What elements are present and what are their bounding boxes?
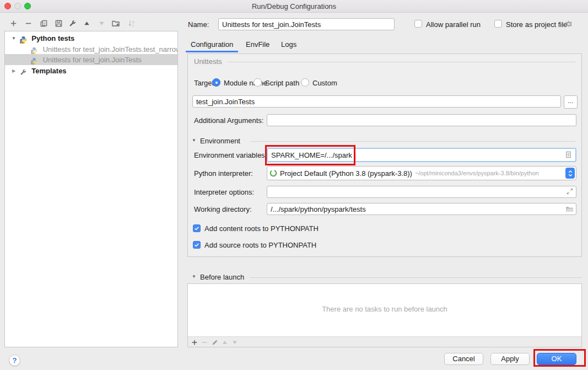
store-as-project-file-label: Store as project file bbox=[506, 20, 567, 29]
module-name-input[interactable] bbox=[192, 95, 561, 108]
expand-field-icon[interactable] bbox=[566, 187, 575, 196]
dropdown-stepper-icon[interactable] bbox=[565, 168, 575, 179]
working-directory-label: Working directory: bbox=[194, 205, 252, 213]
separator-line bbox=[228, 62, 575, 62]
move-task-down-icon[interactable] bbox=[230, 338, 239, 347]
tab-logs[interactable]: Logs bbox=[281, 40, 296, 50]
copy-icon[interactable] bbox=[39, 18, 48, 28]
add-icon[interactable] bbox=[8, 18, 18, 28]
environment-section-label: Environment bbox=[200, 137, 240, 145]
content-roots-checkbox[interactable] bbox=[193, 224, 201, 232]
title-bar: Run/Debug Configurations bbox=[0, 0, 588, 13]
move-down-icon[interactable] bbox=[96, 18, 106, 28]
source-roots-checkbox[interactable] bbox=[193, 241, 201, 249]
interpreter-options-label: Interpreter options: bbox=[194, 188, 254, 196]
add-task-icon[interactable] bbox=[190, 338, 199, 347]
radio-module-name[interactable] bbox=[212, 78, 220, 87]
radio-custom-label: Custom bbox=[312, 79, 337, 87]
tree-item-test-narrow[interactable]: Unittests for test_join.JoinTests.test_n… bbox=[5, 44, 177, 55]
tree-item-label: Unittests for test_join.JoinTests.test_n… bbox=[43, 44, 177, 55]
separator-line bbox=[250, 277, 582, 278]
content-roots-label: Add content roots to PYTHONPATH bbox=[204, 224, 319, 233]
unittests-section-label: Unittests bbox=[194, 57, 222, 66]
tree-item-label: Templates bbox=[31, 66, 66, 76]
configurations-tree: ▼ Python tests Unittests for test_join.J… bbox=[4, 31, 178, 347]
tree-item-label: Unittests for test_join.JoinTests bbox=[43, 55, 142, 65]
edit-variables-icon[interactable] bbox=[564, 151, 573, 159]
before-launch-tasks-box: There are no tasks to run before launch bbox=[187, 283, 582, 347]
save-icon[interactable] bbox=[53, 18, 63, 28]
radio-script-path-label: Script path bbox=[265, 79, 299, 87]
python-interpreter-value: Project Default (Python 3.8 (pyspark-3.8… bbox=[280, 169, 412, 178]
window-title: Run/Debug Configurations bbox=[0, 2, 588, 10]
before-launch-label: Before launch bbox=[200, 273, 244, 281]
tree-item-label: Python tests bbox=[31, 33, 74, 44]
help-button[interactable]: ? bbox=[9, 355, 20, 366]
browse-module-button[interactable]: ... bbox=[564, 95, 578, 109]
before-launch-collapse-icon[interactable]: ▼ bbox=[191, 274, 197, 279]
conda-env-icon bbox=[269, 169, 277, 177]
environment-collapse-icon[interactable]: ▼ bbox=[191, 138, 197, 143]
tab-configuration[interactable]: Configuration bbox=[191, 40, 233, 50]
environment-variables-label: Environment variables: bbox=[194, 151, 267, 159]
svg-text:z: z bbox=[132, 24, 134, 28]
collapse-arrow-icon[interactable]: ▶ bbox=[10, 66, 17, 76]
python-interpreter-select[interactable]: Project Default (Python 3.8 (pyspark-3.8… bbox=[267, 166, 576, 180]
expand-arrow-icon[interactable]: ▼ bbox=[10, 33, 17, 44]
store-as-project-file-checkbox[interactable] bbox=[494, 20, 502, 28]
ok-button[interactable]: OK bbox=[537, 353, 576, 365]
sort-alphabetically-icon[interactable]: az bbox=[127, 18, 137, 28]
additional-arguments-input[interactable] bbox=[267, 114, 576, 126]
name-input[interactable] bbox=[218, 18, 395, 30]
svg-text:a: a bbox=[132, 20, 134, 24]
no-tasks-text: There are no tasks to run before launch bbox=[188, 305, 581, 313]
source-roots-label: Add source roots to PYTHONPATH bbox=[204, 241, 316, 249]
python-test-icon bbox=[30, 57, 39, 65]
edit-templates-icon[interactable] bbox=[67, 18, 77, 28]
radio-script-path[interactable] bbox=[253, 78, 262, 87]
environment-variables-input[interactable] bbox=[267, 148, 576, 162]
tree-item-python-tests[interactable]: ▼ Python tests bbox=[5, 33, 177, 44]
apply-button[interactable]: Apply bbox=[490, 353, 530, 365]
tree-item-jointests-selected[interactable]: Unittests for test_join.JoinTests bbox=[5, 54, 177, 65]
move-up-icon[interactable] bbox=[82, 18, 91, 28]
move-task-up-icon[interactable] bbox=[220, 338, 229, 347]
allow-parallel-run-label: Allow parallel run bbox=[426, 20, 481, 29]
working-directory-input[interactable] bbox=[267, 203, 576, 215]
wrench-icon bbox=[19, 68, 28, 76]
gear-icon[interactable] bbox=[565, 20, 573, 28]
separator-line bbox=[251, 141, 575, 142]
python-interpreter-label: Python interpreter: bbox=[194, 169, 253, 178]
interpreter-options-input[interactable] bbox=[267, 186, 576, 198]
radio-custom[interactable] bbox=[301, 78, 309, 87]
python-test-icon bbox=[30, 47, 39, 55]
edit-task-icon[interactable] bbox=[211, 338, 219, 347]
folder-icon[interactable] bbox=[565, 205, 574, 213]
allow-parallel-run-checkbox[interactable] bbox=[414, 20, 422, 28]
tasks-list[interactable]: There are no tasks to run before launch bbox=[188, 284, 581, 337]
remove-task-icon[interactable] bbox=[200, 338, 209, 347]
remove-icon[interactable] bbox=[23, 18, 33, 28]
python-tests-icon bbox=[19, 36, 28, 44]
name-label: Name: bbox=[188, 20, 209, 29]
tab-envfile[interactable]: EnvFile bbox=[246, 40, 269, 50]
new-folder-icon[interactable] bbox=[111, 18, 121, 28]
active-tab-underline bbox=[186, 51, 238, 52]
cancel-button[interactable]: Cancel bbox=[444, 353, 483, 365]
tree-item-templates[interactable]: ▶ Templates bbox=[5, 65, 177, 76]
python-interpreter-path: ~/opt/miniconda3/envs/pyspark-3.8/bin/py… bbox=[415, 170, 539, 176]
additional-arguments-label: Additional Arguments: bbox=[194, 116, 263, 125]
